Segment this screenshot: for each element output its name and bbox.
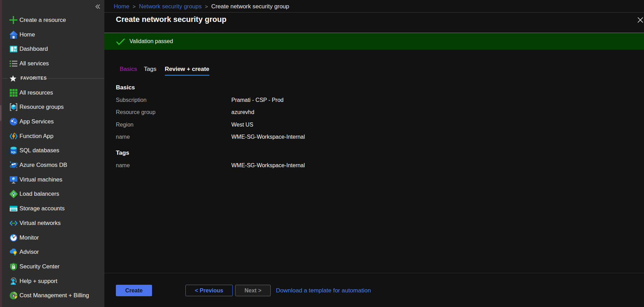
svg-text:$: $: [13, 294, 15, 297]
svg-text:SQL: SQL: [11, 151, 16, 154]
